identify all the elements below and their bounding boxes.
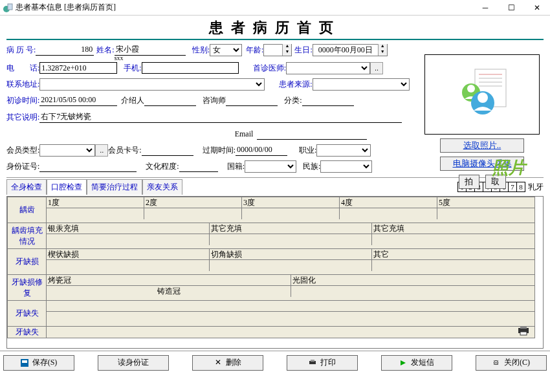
row-missing2: 牙缺失: [8, 327, 47, 338]
photo-placeholder-icon: [453, 65, 511, 124]
row-filling: 龋齿填充情况: [8, 223, 47, 249]
idcard-input[interactable]: [39, 160, 137, 172]
read-id-button[interactable]: 读身份证: [98, 355, 169, 371]
row-defect: 牙缺损: [8, 249, 47, 275]
first-doctor-select[interactable]: [286, 62, 370, 74]
print-button[interactable]: 打印: [287, 355, 358, 371]
maximize-button[interactable]: ☐: [498, 0, 524, 15]
svg-rect-1: [8, 4, 12, 10]
record-no-label: 病 历 号:: [6, 45, 36, 56]
source-select[interactable]: [313, 78, 410, 91]
category-label: 分类:: [284, 95, 302, 106]
app-icon: [3, 3, 13, 13]
notes-label: 其它说明:: [6, 112, 39, 123]
svg-marker-18: [401, 360, 406, 365]
birth-date-input[interactable]: ▲▼: [313, 44, 388, 56]
doctor-lookup-button[interactable]: ..: [370, 62, 383, 74]
nationality-label: 国籍:: [227, 161, 245, 172]
first-visit-input[interactable]: [39, 94, 117, 106]
save-icon: [21, 359, 28, 367]
record-no-input[interactable]: [36, 44, 94, 56]
photo-label: 照片: [492, 157, 525, 179]
printer-icon[interactable]: [517, 325, 530, 338]
save-button[interactable]: 保存(S): [3, 355, 74, 371]
gender-label: 性别:: [192, 45, 210, 56]
ethnicity-label: 民族:: [303, 161, 320, 172]
row-repair: 牙缺损修 复: [8, 275, 47, 301]
mobile-input[interactable]: [142, 62, 239, 74]
address-select[interactable]: [39, 78, 265, 91]
shoot-button[interactable]: 拍: [459, 175, 479, 189]
first-doctor-label: 首诊医师:: [253, 63, 286, 74]
email-label: Email: [235, 129, 254, 139]
close-button[interactable]: ✕: [524, 0, 550, 15]
page-title: 患者病历首页: [6, 18, 544, 40]
nationality-select[interactable]: [245, 160, 296, 173]
close-form-button[interactable]: ⦻关闭(C): [476, 355, 547, 371]
tab-treatment[interactable]: 简要治疗过程: [87, 179, 142, 195]
minimize-button[interactable]: ─: [472, 0, 498, 15]
category-input[interactable]: [302, 94, 354, 106]
member-lookup-button[interactable]: ..: [95, 144, 108, 157]
oral-exam-grid[interactable]: 龋齿 1度2度3度4度5度 龋齿填充情况 银汞充填其它充填其它充填 牙缺损 楔状…: [6, 196, 544, 349]
age-label: 年龄:: [246, 45, 263, 56]
tab-full-exam[interactable]: 全身检查: [6, 179, 47, 195]
member-type-select[interactable]: [39, 144, 95, 157]
consultant-input[interactable]: [226, 94, 278, 106]
window-titlebar: 患者基本信息 [患者病历首页] ─ ☐ ✕: [0, 0, 550, 16]
svg-rect-15: [22, 360, 27, 363]
close-icon: ⦻: [492, 359, 500, 367]
expire-label: 过期时间:: [203, 145, 236, 156]
referrer-input[interactable]: [144, 94, 196, 106]
bottom-toolbar: 保存(S) 读身份证 ✕删除 打印 发短信 ⦻关闭(C): [0, 351, 550, 374]
ethnicity-select[interactable]: [320, 160, 372, 173]
tab-relatives[interactable]: 亲友关系: [142, 179, 182, 195]
mobile-label: 手机:: [124, 63, 141, 74]
card-no-label: 会员卡号:: [108, 145, 141, 156]
phone-input[interactable]: [39, 62, 117, 74]
source-label: 患者来源:: [279, 79, 312, 90]
education-input[interactable]: [179, 160, 218, 172]
name-input[interactable]: [115, 44, 186, 56]
occupation-label: 职业:: [299, 145, 316, 156]
age-spinner[interactable]: ▲▼: [263, 44, 292, 56]
gender-select[interactable]: 女: [210, 44, 242, 56]
tab-oral-exam[interactable]: 口腔检查: [47, 179, 87, 195]
education-label: 文化程度:: [146, 161, 179, 172]
expire-input[interactable]: [236, 144, 287, 156]
svg-rect-13: [520, 332, 527, 335]
idcard-label: 身份证号:: [6, 161, 39, 172]
name-label: 姓名:: [96, 45, 114, 56]
window-title: 患者基本信息 [患者病历首页]: [16, 2, 472, 13]
member-type-label: 会员类型:: [6, 145, 39, 156]
name-pinyin: sxx: [115, 54, 124, 61]
occupation-select[interactable]: [316, 144, 371, 157]
notes-input[interactable]: [39, 111, 402, 123]
photo-panel: 照片 选取照片.. 电脑摄像头采集 拍 取: [424, 54, 540, 189]
card-no-input[interactable]: [142, 144, 193, 156]
print-icon: [309, 359, 316, 367]
svg-rect-17: [311, 360, 314, 362]
phone-label: 电 话:: [6, 63, 39, 74]
svg-point-8: [467, 85, 475, 93]
play-icon: [399, 359, 407, 367]
first-visit-label: 初诊时间:: [6, 95, 39, 106]
delete-button[interactable]: ✕删除: [192, 355, 263, 371]
select-photo-button[interactable]: 选取照片..: [440, 138, 524, 153]
delete-icon: ✕: [214, 359, 222, 367]
referrer-label: 介绍人: [121, 95, 144, 106]
row-missing: 牙缺失: [8, 301, 47, 327]
row-caries: 龋齿: [8, 197, 47, 223]
photo-frame[interactable]: 照片: [424, 54, 540, 135]
svg-point-10: [478, 93, 488, 103]
email-input[interactable]: [257, 128, 367, 140]
birth-label: 生日:: [294, 45, 312, 56]
sms-button[interactable]: 发短信: [381, 355, 452, 371]
address-label: 联系地址:: [6, 79, 39, 90]
consultant-label: 咨询师: [203, 95, 226, 106]
svg-rect-12: [520, 326, 527, 329]
